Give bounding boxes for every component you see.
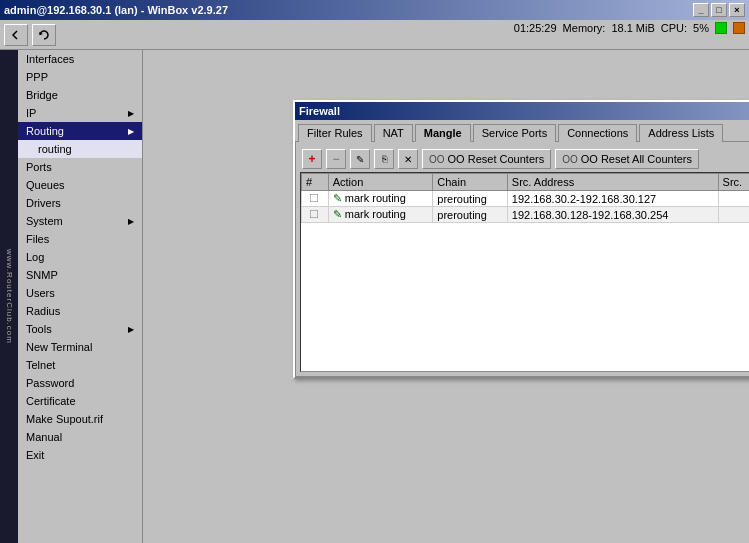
- clear-button[interactable]: ✕: [398, 149, 418, 169]
- sidebar-label: Routing: [26, 125, 64, 137]
- sidebar-label: Ports: [26, 161, 52, 173]
- sidebar-item-certificate[interactable]: Certificate: [18, 392, 142, 410]
- sidebar-item-new-terminal[interactable]: New Terminal: [18, 338, 142, 356]
- cell-src-address: 192.168.30.2-192.168.30.127: [507, 191, 718, 207]
- cell-num: ☐: [302, 191, 329, 207]
- table-row[interactable]: ☐✎mark routingprerouting192.168.30.128-1…: [302, 207, 750, 223]
- cell-src-address: 192.168.30.128-192.168.30.254: [507, 207, 718, 223]
- sidebar-label: System: [26, 215, 63, 227]
- reset-all-counters-button[interactable]: OO OO Reset All Counters: [555, 149, 699, 169]
- pencil-icon: ✎: [333, 192, 342, 204]
- table-row[interactable]: ☐✎mark routingprerouting192.168.30.2-192…: [302, 191, 750, 207]
- cpu-label: CPU:: [661, 22, 687, 34]
- tab-service-ports[interactable]: Service Ports: [473, 124, 556, 142]
- sidebar-label: Log: [26, 251, 44, 263]
- sidebar-item-ports[interactable]: Ports: [18, 158, 142, 176]
- cell-action: ✎mark routing: [328, 207, 433, 223]
- sidebar-item-bridge[interactable]: Bridge: [18, 86, 142, 104]
- time-display: 01:25:29: [514, 22, 557, 34]
- col-num[interactable]: #: [302, 174, 329, 191]
- add-rule-button[interactable]: +: [302, 149, 322, 169]
- chevron-right-icon: ▶: [128, 127, 134, 136]
- sidebar-item-drivers[interactable]: Drivers: [18, 194, 142, 212]
- sidebar-item-snmp[interactable]: SNMP: [18, 266, 142, 284]
- main-content: Firewall × Filter Rules NAT Mangle Servi…: [143, 50, 749, 543]
- sidebar-item-interfaces[interactable]: Interfaces: [18, 50, 142, 68]
- edit-rule-button[interactable]: ✎: [350, 149, 370, 169]
- sidebar-item-tools[interactable]: Tools ▶: [18, 320, 142, 338]
- reset-icon: OO: [429, 154, 445, 165]
- sidebar-items: Interfaces PPP Bridge IP ▶ Routing ▶ rou…: [18, 50, 142, 464]
- refresh-button[interactable]: [32, 24, 56, 46]
- cell-src: [718, 191, 749, 207]
- sidebar-label: SNMP: [26, 269, 58, 281]
- sidebar-label: Manual: [26, 431, 62, 443]
- sidebar-item-password[interactable]: Password: [18, 374, 142, 392]
- col-src[interactable]: Src.: [718, 174, 749, 191]
- memory-label: Memory:: [563, 22, 606, 34]
- chevron-right-icon: ▶: [128, 217, 134, 226]
- dialog-title-bar: Firewall ×: [295, 102, 749, 120]
- sidebar-label: Password: [26, 377, 74, 389]
- rules-table-container[interactable]: # Action Chain Src. Address Src. Port In…: [300, 172, 749, 372]
- sidebar-item-log[interactable]: Log: [18, 248, 142, 266]
- close-button[interactable]: ×: [729, 3, 745, 17]
- reset-all-icon: OO: [562, 154, 578, 165]
- orange-status-icon: [733, 22, 745, 34]
- sidebar-label: Telnet: [26, 359, 55, 371]
- tab-connections[interactable]: Connections: [558, 124, 637, 142]
- reset-counters-button[interactable]: OO OO Reset Counters: [422, 149, 551, 169]
- status-bar: 01:25:29 Memory: 18.1 MiB CPU: 5%: [514, 22, 745, 34]
- logo-text: www.RouterClub.com: [5, 249, 14, 344]
- pencil-icon: ✎: [333, 208, 342, 220]
- rules-table: # Action Chain Src. Address Src. Port In…: [301, 173, 749, 223]
- main-layout: www.RouterClub.com Interfaces PPP Bridge…: [0, 50, 749, 543]
- remove-rule-button[interactable]: −: [326, 149, 346, 169]
- cell-num: ☐: [302, 207, 329, 223]
- cell-src: [718, 207, 749, 223]
- col-action[interactable]: Action: [328, 174, 433, 191]
- cell-chain: prerouting: [433, 191, 508, 207]
- main-toolbar: 01:25:29 Memory: 18.1 MiB CPU: 5%: [0, 20, 749, 50]
- minimize-button[interactable]: _: [693, 3, 709, 17]
- sidebar-item-manual[interactable]: Manual: [18, 428, 142, 446]
- sidebar-label: Users: [26, 287, 55, 299]
- firewall-dialog: Firewall × Filter Rules NAT Mangle Servi…: [293, 100, 749, 379]
- col-chain[interactable]: Chain: [433, 174, 508, 191]
- sidebar-item-queues[interactable]: Queues: [18, 176, 142, 194]
- copy-rule-button[interactable]: ⎘: [374, 149, 394, 169]
- sidebar-item-radius[interactable]: Radius: [18, 302, 142, 320]
- green-status-icon: [715, 22, 727, 34]
- sidebar-item-users[interactable]: Users: [18, 284, 142, 302]
- sidebar-item-ppp[interactable]: PPP: [18, 68, 142, 86]
- sidebar-item-system[interactable]: System ▶: [18, 212, 142, 230]
- col-src-address[interactable]: Src. Address: [507, 174, 718, 191]
- cpu-value: 5%: [693, 22, 709, 34]
- tab-address-lists[interactable]: Address Lists: [639, 124, 723, 142]
- sidebar-item-files[interactable]: Files: [18, 230, 142, 248]
- dialog-title-text: Firewall: [299, 105, 340, 117]
- sidebar-item-routing[interactable]: Routing ▶: [18, 122, 142, 140]
- back-button[interactable]: [4, 24, 28, 46]
- sidebar-item-ip[interactable]: IP ▶: [18, 104, 142, 122]
- sidebar-label: Queues: [26, 179, 65, 191]
- chevron-right-icon: ▶: [128, 325, 134, 334]
- cell-action: ✎mark routing: [328, 191, 433, 207]
- tab-nat[interactable]: NAT: [374, 124, 413, 142]
- sidebar-item-telnet[interactable]: Telnet: [18, 356, 142, 374]
- memory-value: 18.1 MiB: [611, 22, 654, 34]
- title-text: admin@192.168.30.1 (lan) - WinBox v2.9.2…: [4, 4, 228, 16]
- tab-bar: Filter Rules NAT Mangle Service Ports Co…: [295, 120, 749, 141]
- sidebar-item-exit[interactable]: Exit: [18, 446, 142, 464]
- sidebar-label: Drivers: [26, 197, 61, 209]
- chevron-right-icon: ▶: [128, 109, 134, 118]
- sidebar-label: Certificate: [26, 395, 76, 407]
- sidebar-subitem-routing[interactable]: routing: [18, 140, 142, 158]
- sidebar-label: PPP: [26, 71, 48, 83]
- sidebar-item-make-supout[interactable]: Make Supout.rif: [18, 410, 142, 428]
- tab-mangle[interactable]: Mangle: [415, 124, 471, 142]
- maximize-button[interactable]: □: [711, 3, 727, 17]
- sidebar-label: Interfaces: [26, 53, 74, 65]
- tab-filter-rules[interactable]: Filter Rules: [298, 124, 372, 142]
- title-bar: admin@192.168.30.1 (lan) - WinBox v2.9.2…: [0, 0, 749, 20]
